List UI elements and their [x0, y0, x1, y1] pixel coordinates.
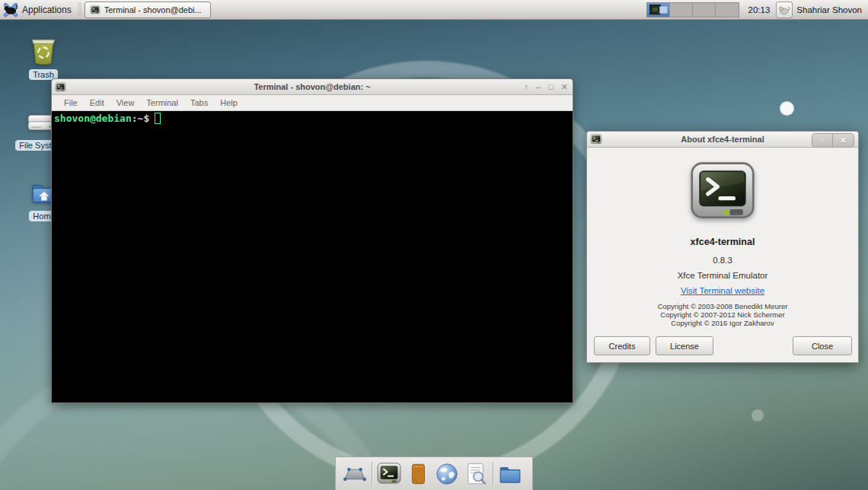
copyright-line: Copyright © 2003-2008 Benedikt Meurer	[587, 302, 858, 310]
file-manager-launcher[interactable]	[496, 460, 525, 488]
workspace-mini-dialog-window	[659, 6, 668, 14]
top-panel: Applications Terminal - shovon@debi... 2…	[0, 0, 868, 20]
user-mouse-icon	[778, 4, 791, 17]
trash-icon	[27, 35, 59, 67]
file-case-launcher[interactable]	[404, 460, 432, 488]
workspace-2[interactable]	[670, 3, 693, 17]
dock-separator	[372, 462, 372, 486]
taskbar-button-label: Terminal - shovon@debi...	[104, 5, 202, 14]
desktop-screen: Trash File System Home Terminal - shovon…	[0, 0, 868, 490]
panel-grip-handle[interactable]	[78, 3, 81, 17]
workspace-switcher	[646, 2, 739, 18]
workspace-3[interactable]	[693, 3, 716, 17]
terminal-menubar: File Edit View Terminal Tabs Help	[52, 95, 573, 111]
credits-button[interactable]: Credits	[594, 336, 650, 355]
web-browser-globe-icon	[434, 461, 460, 487]
about-dialog-body: xfce4-terminal 0.8.3 Xfce Terminal Emula…	[587, 148, 858, 362]
maximize-button[interactable]: □	[548, 79, 554, 95]
show-desktop-icon	[342, 461, 368, 487]
shade-button[interactable]: ↑	[812, 134, 833, 147]
copyright-line: Copyright © 2007-2012 Nick Schermer	[587, 310, 858, 319]
terminal-titlebar[interactable]: Terminal - shovon@debian: ~ ↑ – □ ✕	[52, 79, 573, 95]
website-link[interactable]: Visit Terminal website	[681, 286, 764, 295]
terminal-cursor	[155, 113, 161, 124]
prompt-colon: :	[132, 113, 138, 124]
copyright-lines: Copyright © 2003-2008 Benedikt Meurer Co…	[587, 302, 858, 327]
menu-edit[interactable]: Edit	[84, 98, 110, 107]
menu-terminal[interactable]: Terminal	[140, 98, 184, 107]
menu-file[interactable]: File	[58, 98, 84, 107]
shade-button[interactable]: ↑	[525, 79, 529, 95]
app-version: 0.8.3	[587, 256, 858, 265]
file-case-icon	[405, 461, 431, 487]
workspace-1-active[interactable]	[647, 3, 670, 17]
panel-clock[interactable]: 20:13	[748, 5, 771, 14]
xfce-mouse-logo-icon	[3, 2, 18, 18]
app-description: Xfce Terminal Emulator	[587, 271, 858, 280]
taskbar-terminal-button[interactable]: Terminal - shovon@debi...	[85, 2, 211, 18]
menu-help[interactable]: Help	[214, 98, 244, 107]
dock-separator	[493, 462, 493, 486]
app-name: xfce4-terminal	[587, 237, 858, 247]
web-browser-launcher[interactable]	[432, 460, 461, 488]
applications-menu-button[interactable]: Applications	[0, 0, 78, 19]
close-icon[interactable]: ✕	[833, 134, 854, 147]
xfce4-terminal-app-icon	[688, 158, 758, 231]
copyright-line: Copyright © 2016 Igor Zakharov	[587, 319, 858, 327]
user-name-label[interactable]: Shahriar Shovon	[796, 5, 862, 14]
close-button[interactable]: ✕	[561, 79, 568, 95]
applications-menu-label: Applications	[22, 5, 72, 15]
dock-launcher-bar	[335, 457, 533, 490]
minimize-button[interactable]: –	[536, 79, 541, 95]
terminal-launcher[interactable]	[375, 460, 404, 488]
wallpaper-dot	[780, 101, 794, 116]
menu-tabs[interactable]: Tabs	[184, 98, 214, 107]
terminal-emulator-icon	[376, 461, 402, 487]
menu-view[interactable]: View	[110, 98, 141, 107]
terminal-content[interactable]: shovon@debian:~$	[52, 111, 573, 402]
about-dialog: About xfce4-terminal ↑ ✕ xfce4-terminal …	[586, 131, 859, 363]
file-manager-folder-icon	[497, 461, 523, 487]
terminal-icon	[90, 5, 101, 15]
application-finder-launcher[interactable]	[461, 460, 490, 488]
wallpaper-dot	[752, 409, 764, 422]
shell-prompt: shovon@debian:~$	[54, 113, 570, 124]
show-desktop-button[interactable]	[340, 460, 369, 488]
about-dialog-titlebar[interactable]: About xfce4-terminal ↑ ✕	[587, 132, 858, 148]
prompt-path: ~	[138, 113, 144, 124]
desktop-icon-trash[interactable]: Trash	[14, 35, 73, 80]
license-button[interactable]: License	[656, 336, 713, 355]
terminal-window: Terminal - shovon@debian: ~ ↑ – □ ✕ File…	[51, 78, 573, 403]
workspace-4[interactable]	[716, 3, 739, 17]
user-action-button[interactable]	[776, 2, 793, 18]
terminal-window-title: Terminal - shovon@debian: ~	[52, 82, 573, 91]
close-button[interactable]: Close	[793, 336, 852, 355]
prompt-user-host: shovon@debian	[54, 113, 132, 124]
application-finder-icon	[463, 461, 489, 487]
prompt-dollar: $	[143, 113, 149, 124]
